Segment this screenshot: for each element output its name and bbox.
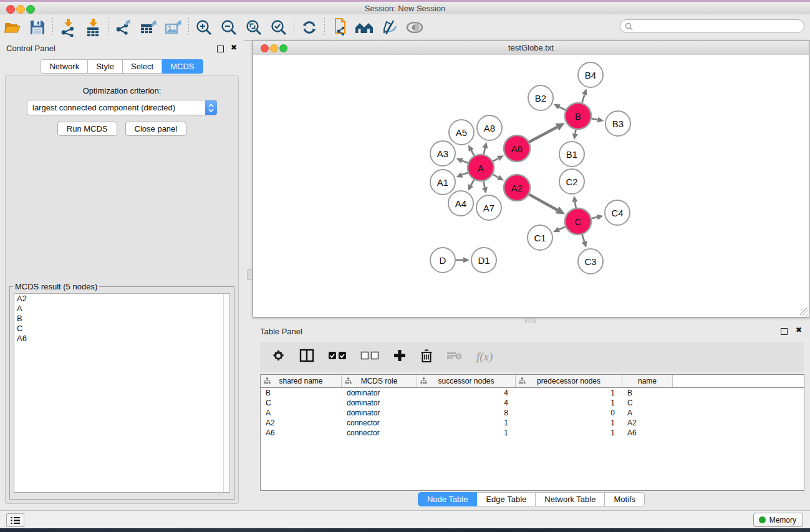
tab-node-table[interactable]: Node Table [418,492,478,506]
table-cell[interactable]: 4 [417,398,516,408]
function-builder-button[interactable]: f(x) [476,350,493,364]
table-row[interactable]: Bdominator41B [261,388,804,398]
edge-B-B4[interactable] [582,95,584,103]
table-cell[interactable]: B [261,388,342,398]
edge-A-A7[interactable] [483,181,485,188]
edge-C-C3[interactable] [582,235,585,242]
table-row[interactable]: Adominator80A [261,408,804,418]
network-canvas[interactable]: B4B2BB3A5A8A6A3AB1A1A2C2A4A7C4CC1DD1C3 [253,55,809,317]
tab-network[interactable]: Network [41,59,88,74]
vertical-splitter-handle[interactable] [247,269,253,280]
edge-A2-C[interactable] [529,195,557,210]
home-button[interactable] [352,17,377,38]
float-table-panel-icon[interactable] [781,328,788,335]
close-table-panel-icon[interactable]: ✖ [796,326,802,334]
table-cell[interactable]: A6 [261,428,342,438]
show-graphics-button[interactable] [402,17,427,38]
column-header-shared-name[interactable]: shared name [261,375,342,387]
delete-column-button[interactable] [420,349,433,365]
edge-A-A4[interactable] [471,180,474,185]
edge-C-C4[interactable] [591,217,597,218]
float-panel-icon[interactable] [217,46,224,52]
tab-mcds[interactable]: MCDS [162,59,203,74]
close-panel-button[interactable]: Close panel [125,122,187,136]
tab-edge-table[interactable]: Edge Table [477,492,536,506]
table-cell[interactable]: A [622,408,673,418]
criterion-dropdown[interactable]: largest connected component (directed) [27,100,217,115]
table-cell[interactable]: A6 [622,428,673,438]
table-cell[interactable]: 1 [417,418,516,428]
export-table-button[interactable] [136,17,161,38]
select-all-checkboxes-button[interactable] [328,351,347,362]
table-cell[interactable]: dominator [342,398,417,408]
memory-button[interactable]: Memory [753,513,803,527]
table-cell[interactable]: 1 [516,428,622,438]
edge-A-A5[interactable] [471,150,475,156]
table-row[interactable]: A2connector11A2 [261,418,804,428]
column-header-predecessor-nodes[interactable]: predecessor nodes [516,375,622,387]
hide-annotations-button[interactable] [377,17,402,38]
zoom-in-button[interactable] [191,17,216,38]
tab-motifs[interactable]: Motifs [605,492,645,506]
import-table-button[interactable] [80,17,105,38]
window-resize-grip[interactable] [800,308,808,316]
save-session-button[interactable] [25,17,50,38]
table-cell[interactable]: 4 [417,388,516,398]
edge-A-A3[interactable] [462,161,468,163]
table-cell[interactable]: 1 [516,418,622,428]
edge-B-B2[interactable] [559,107,566,110]
delete-table-button[interactable] [446,351,463,363]
edge-B-B1[interactable] [575,130,576,134]
run-mcds-button[interactable]: Run MCDS [57,122,117,136]
table-cell[interactable]: B [622,388,673,398]
deselect-all-checkboxes-button[interactable] [360,351,379,362]
network-window-titlebar[interactable]: testGlobe.txt [253,41,809,56]
mcds-list-scrollbar[interactable] [223,294,229,492]
zoom-fit-button[interactable] [241,17,266,38]
table-cell[interactable]: C [622,398,673,408]
table-cell[interactable]: 1 [516,388,622,398]
refresh-button[interactable] [297,17,322,38]
export-network-button[interactable] [111,17,136,38]
zoom-selected-button[interactable] [266,17,291,38]
column-header-name[interactable]: name [622,375,673,387]
edge-A6-B[interactable] [529,127,557,142]
export-image-button[interactable] [161,17,186,38]
zoom-out-button[interactable] [216,17,241,38]
mcds-result-item[interactable]: A6 [14,334,229,344]
table-cell[interactable]: A2 [622,418,673,428]
column-header-successor-nodes[interactable]: successor nodes [417,375,516,387]
edge-C-C1[interactable] [559,227,565,230]
edge-A-A1[interactable] [462,173,468,175]
edge-A-A8[interactable] [484,148,485,154]
table-cell[interactable]: C [261,398,342,408]
edge-A-A6[interactable] [493,158,498,162]
table-cell[interactable]: connector [342,428,417,438]
edge-C-C2[interactable] [575,202,576,208]
table-cell[interactable]: A2 [261,418,342,428]
edge-B-B3[interactable] [592,118,598,120]
mcds-result-item[interactable]: A2 [14,294,229,304]
settings-gear-button[interactable] [271,349,286,365]
search-input[interactable] [635,21,804,31]
edge-A-A2[interactable] [493,175,498,178]
tab-network-table[interactable]: Network Table [536,492,605,506]
import-network-button[interactable] [55,17,80,38]
tab-style[interactable]: Style [88,59,123,74]
column-layout-button[interactable] [299,349,314,365]
add-column-button[interactable] [393,349,407,365]
table-row[interactable]: Cdominator41C [261,398,804,408]
open-session-button[interactable] [0,17,25,38]
table-cell[interactable]: 1 [417,428,516,438]
mcds-result-item[interactable]: C [14,324,229,334]
table-cell[interactable]: A [261,408,342,418]
mcds-result-item[interactable]: A [14,304,229,314]
task-history-button[interactable] [6,513,24,527]
mcds-result-list[interactable]: A2ABCA6 [14,293,230,493]
table-cell[interactable]: connector [342,418,417,428]
network-from-selection-button[interactable] [327,17,352,38]
table-cell[interactable]: 0 [516,408,622,418]
search-field[interactable] [620,19,804,33]
tab-select[interactable]: Select [123,59,162,74]
mcds-result-item[interactable]: B [14,314,229,324]
